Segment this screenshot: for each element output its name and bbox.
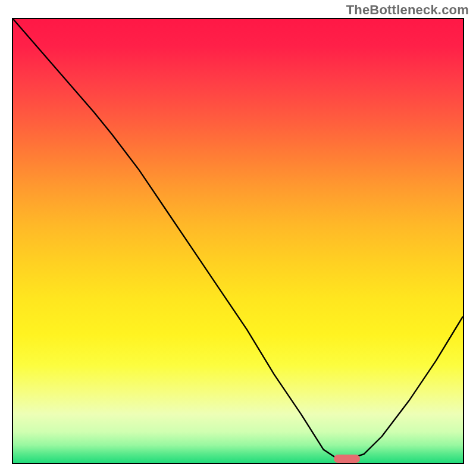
curve-path xyxy=(13,19,463,459)
chart-area xyxy=(12,18,464,464)
bottleneck-curve xyxy=(13,19,463,463)
optimal-marker xyxy=(334,455,360,463)
watermark-text: TheBottleneck.com xyxy=(346,2,469,18)
